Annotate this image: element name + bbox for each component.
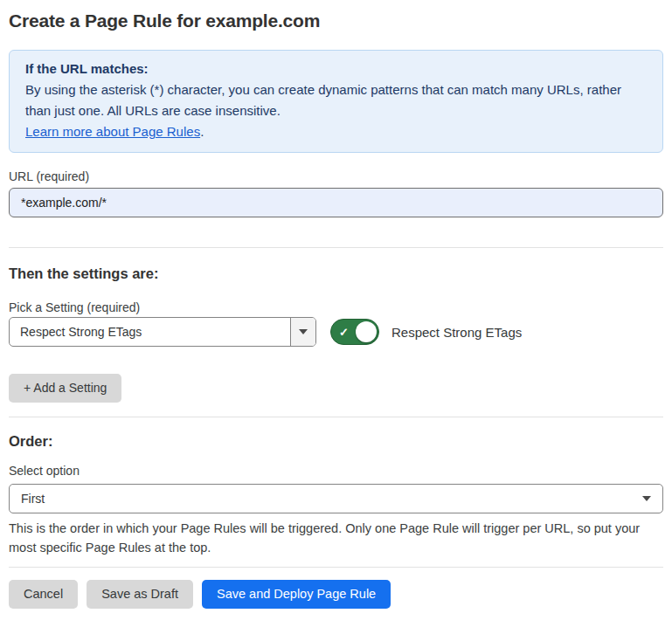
etags-toggle[interactable]: ✓ bbox=[330, 319, 379, 345]
create-page-rule-page: Create a Page Rule for example.com If th… bbox=[0, 0, 672, 627]
footer-actions: Cancel Save as Draft Save and Deploy Pag… bbox=[9, 580, 663, 609]
order-select-value: First bbox=[21, 492, 642, 506]
url-matches-info-box: If the URL matches: By using the asteris… bbox=[9, 50, 663, 153]
cancel-button[interactable]: Cancel bbox=[9, 580, 78, 609]
info-box-body: By using the asterisk (*) character, you… bbox=[25, 79, 647, 121]
page-title: Create a Page Rule for example.com bbox=[9, 10, 663, 31]
save-as-draft-button[interactable]: Save as Draft bbox=[87, 580, 193, 609]
save-and-deploy-button[interactable]: Save and Deploy Page Rule bbox=[202, 580, 391, 609]
learn-more-link[interactable]: Learn more about Page Rules bbox=[25, 124, 200, 139]
order-help-text: This is the order in which your Page Rul… bbox=[9, 519, 660, 557]
url-input[interactable] bbox=[9, 188, 663, 217]
setting-row: Respect Strong ETags ✓ Respect Strong ET… bbox=[9, 317, 663, 347]
order-select-label: Select option bbox=[9, 464, 663, 478]
pick-setting-label: Pick a Setting (required) bbox=[9, 300, 663, 314]
add-setting-button[interactable]: + Add a Setting bbox=[9, 374, 121, 403]
order-section-heading: Order: bbox=[9, 433, 663, 450]
divider bbox=[9, 567, 663, 568]
setting-select[interactable]: Respect Strong ETags bbox=[9, 317, 316, 347]
chevron-down-icon bbox=[642, 496, 651, 501]
order-select[interactable]: First bbox=[9, 484, 663, 513]
settings-section-heading: Then the settings are: bbox=[9, 265, 663, 282]
check-icon: ✓ bbox=[339, 327, 349, 338]
setting-select-chevron-button[interactable] bbox=[290, 318, 315, 346]
link-period: . bbox=[200, 124, 204, 139]
divider bbox=[9, 417, 663, 417]
divider bbox=[9, 247, 663, 248]
setting-select-value: Respect Strong ETags bbox=[10, 325, 290, 339]
toggle-knob bbox=[356, 321, 377, 342]
toggle-label: Respect Strong ETags bbox=[391, 325, 522, 340]
chevron-down-icon bbox=[299, 329, 308, 334]
url-field-label: URL (required) bbox=[9, 169, 663, 183]
info-box-heading: If the URL matches: bbox=[25, 59, 647, 79]
